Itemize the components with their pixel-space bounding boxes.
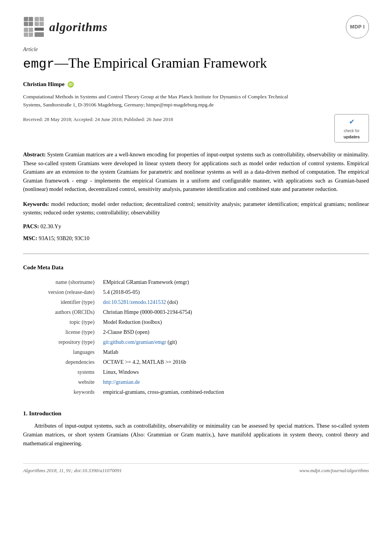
table-row: languagesMatlab [23, 347, 369, 357]
orcid-icon: iD [68, 81, 74, 88]
meta-row-label: version (release-date) [23, 287, 100, 297]
meta-row-link[interactable]: git:github.com/gramian/emgr [103, 339, 166, 345]
logo-area: algorithms [23, 16, 108, 38]
abstract-label: Abstract: [23, 151, 46, 158]
footer-right: www.mdpi.com/journal/algorithms [299, 467, 369, 474]
meta-row-label: languages [23, 347, 100, 357]
journal-logo-icon [23, 16, 45, 38]
meta-row-label: dependencies [23, 357, 100, 367]
meta-row-label: keywords [23, 387, 100, 397]
check-label-top: check for [344, 128, 360, 134]
pacs-label: PACS: [23, 223, 39, 229]
article-type-label: Article [23, 45, 369, 53]
meta-row-label: topic (type) [23, 317, 100, 327]
meta-row-link[interactable]: doi:10.5281/zenodo.1241532 [103, 299, 166, 305]
table-row: topic (type)Model Reduction (toolbox) [23, 317, 369, 327]
page-header: algorithms MDP I [23, 15, 369, 38]
author-section: Christian Himpe iD [23, 80, 369, 89]
pacs-section: PACS: 02.30.Yy [23, 222, 369, 231]
checkmark-icon: ✔ [349, 117, 355, 127]
mdpi-logo: MDP I [346, 15, 369, 38]
introduction-section: 1. Introduction Attributes of input-outp… [23, 409, 369, 448]
publication-dates: Received: 28 May 2018; Accepted: 24 June… [23, 116, 173, 123]
table-row: license (type)2-Clause BSD (open) [23, 327, 369, 337]
meta-row-value: empirical-gramians, cross-gramian, combi… [100, 387, 369, 397]
title-emdash: — [55, 55, 68, 71]
pacs-value: 02.30.Yy [40, 223, 61, 229]
meta-row-value: http://gramian.de [100, 377, 369, 387]
author-name: Christian Himpe [23, 81, 65, 87]
table-row: websitehttp://gramian.de [23, 377, 369, 387]
meta-row-link[interactable]: http://gramian.de [103, 379, 140, 385]
svg-rect-3 [35, 28, 44, 31]
intro-paragraph: Attributes of input-output systems, such… [23, 421, 369, 448]
dates-row: Received: 28 May 2018; Accepted: 24 June… [23, 114, 369, 143]
table-row: version (release-date)5.4 (2018-05-05) [23, 287, 369, 297]
meta-row-value: doi:10.5281/zenodo.1241532 (doi) [100, 297, 369, 307]
section-divider [23, 254, 369, 254]
msc-label: MSC: [23, 235, 37, 241]
meta-row-value: 2-Clause BSD (open) [100, 327, 369, 337]
meta-row-label: name (shortname) [23, 277, 100, 287]
meta-row-label: license (type) [23, 327, 100, 337]
meta-row-value: EMpirical GRamian Framework (emgr) [100, 277, 369, 287]
journal-title: algorithms [49, 18, 108, 36]
meta-row-label: repository (type) [23, 337, 100, 347]
meta-row-label: systems [23, 367, 100, 377]
article-title: emgr—The Empirical Gramian Framework [23, 55, 369, 72]
table-row: dependenciesOCTAVE >= 4.2, MATLAB >= 201… [23, 357, 369, 367]
code-meta-table: name (shortname)EMpirical GRamian Framew… [23, 277, 369, 397]
check-label-bottom: updates [344, 134, 360, 140]
table-row: authors (ORCIDs)Christian Himpe (0000-00… [23, 307, 369, 317]
table-row: systemsLinux, Windows [23, 367, 369, 377]
intro-section-title: 1. Introduction [23, 409, 369, 418]
affiliation-text: Computational Methods in Systems and Con… [23, 93, 300, 109]
meta-row-value: git:github.com/gramian/emgr (git) [100, 337, 369, 347]
meta-row-value: Linux, Windows [100, 367, 369, 377]
footer-left: Algorithms 2018, 11, 91; doi:10.3390/a11… [23, 467, 122, 474]
keywords-label: Keywords: [23, 201, 49, 207]
meta-row-label: identifier (type) [23, 297, 100, 307]
abstract-text: System Gramian matrices are a well-known… [23, 151, 369, 192]
code-meta-section: Code Meta Data name (shortname)EMpirical… [23, 263, 369, 397]
meta-row-value: Model Reduction (toolbox) [100, 317, 369, 327]
meta-row-value: Matlab [100, 347, 369, 357]
page-footer: Algorithms 2018, 11, 91; doi:10.3390/a11… [23, 463, 369, 474]
msc-value: 93A15; 93B20; 93C10 [39, 235, 90, 241]
keywords-section: Keywords: model reduction; model order r… [23, 200, 369, 217]
abstract-section: Abstract: System Gramian matrices are a … [23, 150, 369, 193]
meta-row-suffix: (git) [166, 339, 177, 345]
code-meta-title: Code Meta Data [23, 263, 369, 272]
meta-row-suffix: (doi) [166, 299, 178, 305]
title-emgr: emgr [23, 57, 55, 71]
meta-row-label: website [23, 377, 100, 387]
msc-section: MSC: 93A15; 93B20; 93C10 [23, 234, 369, 243]
table-row: repository (type)git:github.com/gramian/… [23, 337, 369, 347]
title-rest: The Empirical Gramian Framework [68, 55, 267, 71]
meta-row-value: OCTAVE >= 4.2, MATLAB >= 2016b [100, 357, 369, 367]
meta-row-value: Christian Himpe (0000-0003-2194-6754) [100, 307, 369, 317]
table-row: identifier (type)doi:10.5281/zenodo.1241… [23, 297, 369, 307]
svg-rect-4 [35, 32, 44, 37]
meta-row-label: authors (ORCIDs) [23, 307, 100, 317]
table-row: keywordsempirical-gramians, cross-gramia… [23, 387, 369, 397]
table-row: name (shortname)EMpirical GRamian Framew… [23, 277, 369, 287]
meta-row-value: 5.4 (2018-05-05) [100, 287, 369, 297]
keywords-text: model reduction; model order reduction; … [23, 201, 369, 216]
check-for-updates-badge: ✔ check for updates [334, 114, 369, 143]
